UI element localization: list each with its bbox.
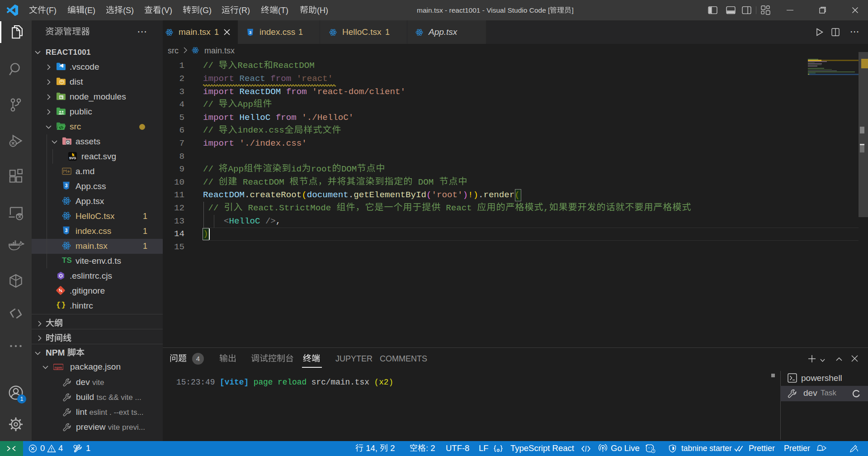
svg-text:3: 3 bbox=[249, 30, 251, 35]
svg-text:3: 3 bbox=[65, 183, 68, 188]
svg-text:npm: npm bbox=[55, 365, 62, 369]
svg-text:SVG: SVG bbox=[69, 156, 76, 160]
svg-text:3: 3 bbox=[65, 228, 68, 233]
